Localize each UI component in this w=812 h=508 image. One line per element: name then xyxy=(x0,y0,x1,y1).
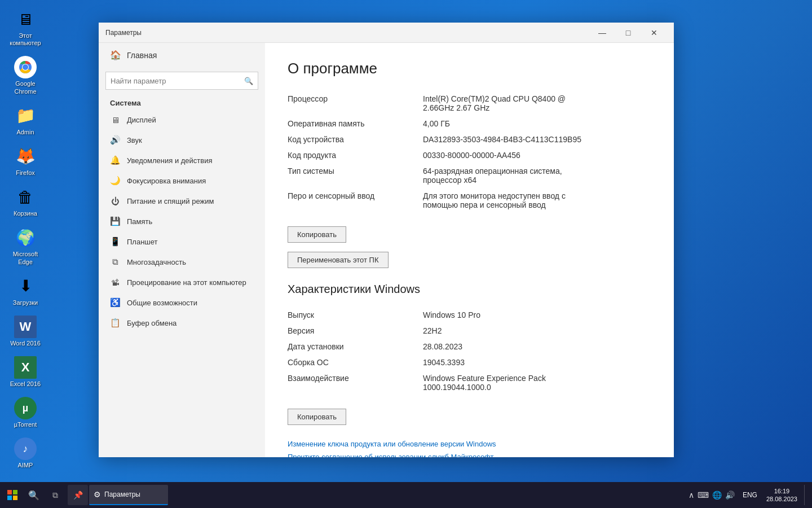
google-chrome-label: GoogleChrome xyxy=(14,80,36,95)
maximize-button[interactable]: □ xyxy=(615,23,641,43)
taskbar-right: ∧ ⌨ 🌐 🔊 ENG 16:19 28.08.2023 xyxy=(685,485,810,505)
desktop-icon-excel-2016[interactable]: X Excel 2016 xyxy=(6,354,45,390)
win-label-install-date: Дата установки xyxy=(288,342,423,351)
win-label-experience: Взаимодействие xyxy=(288,374,423,392)
value-product-id: 00330-80000-00000-AA456 xyxy=(423,151,651,160)
win-value-version: 22H2 xyxy=(423,326,651,335)
desktop-icon-downloads[interactable]: ⬇ Загрузки xyxy=(6,273,45,309)
desktop-icon-this-computer[interactable]: 🖥 Этоткомпьютер xyxy=(6,6,45,49)
taskbar-settings-app[interactable]: ⚙ Параметры xyxy=(89,485,168,505)
this-computer-icon: 🖥 xyxy=(14,8,37,30)
tray-area[interactable]: ∧ ⌨ 🌐 🔊 xyxy=(685,485,738,505)
info-row-pen-touch: Перо и сенсорный ввод Для этого монитора… xyxy=(288,188,651,213)
google-chrome-icon xyxy=(14,56,37,78)
win-value-os-build: 19045.3393 xyxy=(423,358,651,367)
win-row-install-date: Дата установки 28.08.2023 xyxy=(288,339,651,354)
clipboard-icon: 📋 xyxy=(110,318,120,328)
win-label-version: Версия xyxy=(288,326,423,335)
close-button[interactable]: ✕ xyxy=(641,23,667,43)
tray-network-icon: 🌐 xyxy=(712,491,722,500)
win-value-experience: Windows Feature Experience Pack1000.1904… xyxy=(423,374,651,392)
taskbar-search-button[interactable]: 🔍 xyxy=(24,485,44,505)
taskbar-clock[interactable]: 16:19 28.08.2023 xyxy=(762,487,802,503)
copy-device-button[interactable]: Копировать xyxy=(288,226,346,243)
taskbar-task-view-button[interactable]: ⧉ xyxy=(45,485,65,505)
recycle-bin-label: Корзина xyxy=(14,210,37,217)
sidebar-item-focus[interactable]: 🌙 Фокусировка внимания xyxy=(99,170,265,191)
sidebar-item-clipboard[interactable]: 📋 Буфер обмена xyxy=(99,313,265,333)
desktop-icon-recycle-bin[interactable]: 🗑 Корзина xyxy=(6,183,45,220)
recycle-bin-icon: 🗑 xyxy=(14,186,37,208)
svg-rect-7 xyxy=(13,496,17,500)
info-row-system-type: Тип системы 64-разрядная операционная си… xyxy=(288,163,651,188)
start-button[interactable] xyxy=(2,485,23,505)
sidebar-items: 🖥 Дисплей 🔊 Звук 🔔 Уведомления и действи… xyxy=(99,110,265,333)
home-icon: 🏠 xyxy=(110,50,121,60)
notifications-icon: 🔔 xyxy=(110,155,120,165)
taskbar-language[interactable]: ENG xyxy=(740,491,760,499)
sidebar-item-memory[interactable]: 💾 Память xyxy=(99,211,265,231)
page-title: О программе xyxy=(288,60,651,77)
desktop-icon-aimp[interactable]: ♪ AIMP xyxy=(6,435,45,471)
sidebar-item-display[interactable]: 🖥 Дисплей xyxy=(99,110,265,130)
sidebar-label-focus: Фокусировка внимания xyxy=(127,177,206,185)
system-section-title: Система xyxy=(99,94,265,110)
desktop-icon-admin[interactable]: 📁 Admin xyxy=(6,102,45,138)
product-key-link[interactable]: Изменение ключа продукта или обновление … xyxy=(288,440,651,448)
desktop-icon-utorrent[interactable]: µ µTorrent xyxy=(6,395,45,431)
minimize-button[interactable]: — xyxy=(589,23,615,43)
svg-rect-5 xyxy=(13,490,17,494)
label-pen-touch: Перо и сенсорный ввод xyxy=(288,191,423,209)
svg-rect-6 xyxy=(7,496,12,500)
sidebar-item-power[interactable]: ⏻ Питание и спящий режим xyxy=(99,191,265,211)
windows-buttons: Копировать xyxy=(288,409,651,431)
excel-2016-label: Excel 2016 xyxy=(10,380,41,388)
desktop-icon-word-2016[interactable]: W Word 2016 xyxy=(6,313,45,349)
sidebar-item-multitasking[interactable]: ⧉ Многозадачность xyxy=(99,252,265,272)
desktop: 🖥 Этоткомпьютер GoogleChrome 📁 Admin 🦊 F… xyxy=(0,0,812,508)
search-box[interactable]: 🔍 xyxy=(105,72,258,90)
aimp-icon: ♪ xyxy=(14,437,37,460)
value-ram: 4,00 ГБ xyxy=(423,119,651,128)
sidebar-item-tablet[interactable]: 📱 Планшет xyxy=(99,231,265,252)
sidebar-item-sound[interactable]: 🔊 Звук xyxy=(99,130,265,150)
label-device-id: Код устройства xyxy=(288,135,423,144)
search-input[interactable] xyxy=(111,77,244,85)
show-desktop-button[interactable] xyxy=(804,485,807,505)
sidebar: 🏠 Главная 🔍 Система 🖥 Дисплей 🔊 Звук 🔔 У… xyxy=(99,43,265,457)
copy-windows-button[interactable]: Копировать xyxy=(288,409,346,425)
taskbar-pinned-settings[interactable]: 📌 xyxy=(68,485,88,505)
win-row-edition: Выпуск Windows 10 Pro xyxy=(288,307,651,323)
sidebar-label-clipboard: Буфер обмена xyxy=(127,319,176,327)
desktop-icon-google-chrome[interactable]: GoogleChrome xyxy=(6,54,45,97)
main-content: О программе Процессор Intel(R) Core(TM)2… xyxy=(265,43,674,457)
value-device-id: DA312893-3503-4984-B4B3-C4113C119B95 xyxy=(423,135,651,144)
taskbar-date: 28.08.2023 xyxy=(766,495,797,503)
utorrent-label: µTorrent xyxy=(14,421,37,428)
sidebar-home[interactable]: 🏠 Главная xyxy=(99,43,265,67)
rename-pc-button[interactable]: Переименовать этот ПК xyxy=(288,252,389,268)
label-system-type: Тип системы xyxy=(288,167,423,185)
win-label-edition: Выпуск xyxy=(288,310,423,319)
desktop-icon-microsoft-edge[interactable]: 🌍 MicrosoftEdge xyxy=(6,224,45,268)
aimp-label: AIMP xyxy=(18,462,33,469)
info-row-product-id: Код продукта 00330-80000-00000-AA456 xyxy=(288,147,651,163)
sidebar-label-sound: Звук xyxy=(127,136,142,144)
info-row-ram: Оперативная память 4,00 ГБ xyxy=(288,116,651,132)
admin-label: Admin xyxy=(16,129,34,136)
sidebar-item-accessibility[interactable]: ♿ Общие возможности xyxy=(99,292,265,313)
microsoft-terms-link[interactable]: Прочтите соглашение об использовании слу… xyxy=(288,453,651,457)
win-value-install-date: 28.08.2023 xyxy=(423,342,651,351)
sidebar-label-projection: Проецирование на этот компьютер xyxy=(127,278,246,287)
sidebar-item-projection[interactable]: 📽 Проецирование на этот компьютер xyxy=(99,272,265,292)
sidebar-item-notifications[interactable]: 🔔 Уведомления и действия xyxy=(99,150,265,170)
window-controls: — □ ✕ xyxy=(589,23,667,43)
desktop-icon-firefox[interactable]: 🦊 Firefox xyxy=(6,143,45,179)
win-row-experience: Взаимодействие Windows Feature Experienc… xyxy=(288,370,651,395)
search-icon: 🔍 xyxy=(244,77,253,85)
focus-icon: 🌙 xyxy=(110,176,120,186)
utorrent-icon: µ xyxy=(14,397,37,419)
value-pen-touch: Для этого монитора недоступен ввод спомо… xyxy=(423,191,651,209)
taskbar-time: 16:19 xyxy=(774,487,790,495)
windows-section-title: Характеристики Windows xyxy=(288,283,651,296)
